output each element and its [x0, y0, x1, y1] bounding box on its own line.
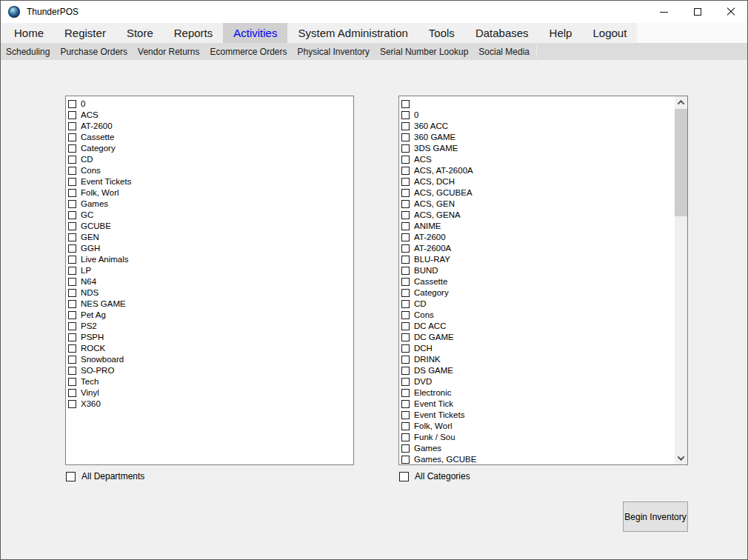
list-item[interactable]: 3DS GAME — [399, 143, 687, 154]
checkbox-icon[interactable] — [401, 344, 410, 353]
list-item[interactable]: ACS, GEN — [399, 199, 687, 210]
checkbox-icon[interactable] — [401, 222, 410, 230]
list-item[interactable]: SO-PRO — [66, 365, 353, 376]
scroll-up-button[interactable] — [675, 96, 687, 109]
checkbox-icon[interactable] — [401, 167, 410, 175]
list-item[interactable]: GEN — [66, 232, 353, 243]
list-item[interactable]: Games, GCUBE — [399, 454, 687, 465]
close-button[interactable] — [714, 1, 747, 23]
submenu-item-physical-inventory[interactable]: Physical Inventory — [293, 43, 375, 60]
list-item[interactable]: LP — [66, 265, 353, 276]
menu-item-help[interactable]: Help — [539, 23, 583, 43]
scrollbar-thumb[interactable] — [675, 109, 687, 216]
list-item[interactable]: ACS, GENA — [399, 210, 687, 221]
checkbox-icon[interactable] — [401, 389, 410, 397]
all-categories-option[interactable]: All Categories — [399, 470, 470, 482]
list-item[interactable]: Snowboard — [66, 354, 353, 365]
checkbox-icon[interactable] — [401, 456, 410, 464]
checkbox-icon[interactable] — [401, 378, 410, 386]
checkbox-icon[interactable] — [401, 189, 410, 197]
list-item[interactable]: AT-2600 — [399, 232, 687, 243]
list-item[interactable]: Folk, Worl — [399, 421, 687, 432]
checkbox-icon[interactable] — [401, 133, 410, 141]
checkbox-icon[interactable] — [68, 333, 76, 341]
list-item[interactable]: GCUBE — [66, 221, 353, 232]
list-item[interactable]: Vinyl — [66, 387, 353, 399]
list-item[interactable]: Games — [399, 443, 687, 454]
list-item[interactable]: Cassette — [399, 276, 687, 287]
list-item[interactable]: BLU-RAY — [399, 254, 687, 265]
checkbox-icon[interactable] — [401, 178, 410, 186]
all-departments-checkbox[interactable] — [66, 472, 76, 481]
menu-item-system-administration[interactable]: System Administration — [287, 23, 418, 43]
checkbox-icon[interactable] — [68, 289, 76, 297]
checkbox-icon[interactable] — [401, 311, 410, 319]
checkbox-icon[interactable] — [68, 156, 76, 164]
list-item[interactable]: Funk / Sou — [399, 432, 687, 443]
scroll-down-button[interactable] — [675, 452, 687, 464]
menu-item-store[interactable]: Store — [116, 23, 164, 43]
list-item[interactable]: DC GAME — [399, 332, 687, 343]
minimize-button[interactable] — [647, 1, 681, 23]
list-item[interactable]: NDS — [66, 287, 353, 299]
submenu-item-serial-number-lookup[interactable]: Serial Number Lookup — [375, 43, 473, 60]
checkbox-icon[interactable] — [68, 100, 76, 108]
list-item[interactable]: Category — [66, 143, 353, 154]
list-item[interactable]: BUND — [399, 265, 687, 276]
list-item[interactable]: GC — [66, 210, 353, 221]
checkbox-icon[interactable] — [68, 244, 76, 253]
checkbox-icon[interactable] — [401, 156, 410, 164]
categories-scrollbar[interactable] — [675, 96, 687, 464]
checkbox-icon[interactable] — [68, 344, 76, 353]
submenu-item-ecommerce-orders[interactable]: Ecommerce Orders — [204, 43, 292, 60]
list-item[interactable]: DC ACC — [399, 321, 687, 332]
checkbox-icon[interactable] — [68, 256, 76, 264]
list-item[interactable] — [399, 99, 687, 110]
checkbox-icon[interactable] — [401, 256, 410, 264]
checkbox-icon[interactable] — [68, 222, 76, 230]
menu-item-register[interactable]: Register — [54, 23, 116, 43]
checkbox-icon[interactable] — [68, 178, 76, 186]
checkbox-icon[interactable] — [401, 233, 410, 241]
submenu-item-scheduling[interactable]: Scheduling — [1, 43, 55, 60]
all-categories-checkbox[interactable] — [399, 472, 409, 481]
list-item[interactable]: DVD — [399, 376, 687, 387]
checkbox-icon[interactable] — [401, 411, 410, 419]
checkbox-icon[interactable] — [68, 356, 76, 364]
list-item[interactable]: Event Tickets — [399, 410, 687, 421]
list-item[interactable]: AT-2600A — [399, 243, 687, 254]
checkbox-icon[interactable] — [68, 144, 76, 153]
list-item[interactable]: PSPH — [66, 332, 353, 343]
menu-item-home[interactable]: Home — [4, 23, 54, 43]
checkbox-icon[interactable] — [401, 400, 410, 408]
submenu-item-purchase-orders[interactable]: Purchase Orders — [55, 43, 133, 60]
checkbox-icon[interactable] — [401, 367, 410, 375]
list-item[interactable]: Games — [66, 199, 353, 210]
checkbox-icon[interactable] — [68, 400, 76, 408]
list-item[interactable]: Category — [399, 287, 687, 299]
checkbox-icon[interactable] — [68, 378, 76, 386]
list-item[interactable]: Cassette — [66, 132, 353, 143]
list-item[interactable]: N64 — [66, 276, 353, 287]
list-item[interactable]: CD — [66, 154, 353, 165]
list-item[interactable]: NES GAME — [66, 299, 353, 310]
checkbox-icon[interactable] — [68, 111, 76, 119]
list-item[interactable]: AT-2600 — [66, 121, 353, 132]
menu-item-activities[interactable]: Activities — [223, 23, 287, 43]
list-item[interactable]: Cons — [399, 310, 687, 321]
menu-item-tools[interactable]: Tools — [418, 23, 465, 43]
list-item[interactable]: ACS, GCUBEA — [399, 187, 687, 199]
list-item[interactable]: Event Tickets — [66, 176, 353, 187]
list-item[interactable]: X360 — [66, 399, 353, 410]
list-item[interactable]: DCH — [399, 343, 687, 354]
categories-listbox[interactable]: 0360 ACC360 GAME3DS GAMEACSACS, AT-2600A… — [398, 96, 688, 465]
checkbox-icon[interactable] — [401, 144, 410, 153]
list-item[interactable]: Electronic — [399, 387, 687, 399]
checkbox-icon[interactable] — [401, 267, 410, 275]
checkbox-icon[interactable] — [68, 211, 76, 219]
maximize-button[interactable] — [681, 1, 714, 23]
checkbox-icon[interactable] — [68, 389, 76, 397]
checkbox-icon[interactable] — [401, 356, 410, 364]
checkbox-icon[interactable] — [401, 300, 410, 308]
list-item[interactable]: PS2 — [66, 321, 353, 332]
